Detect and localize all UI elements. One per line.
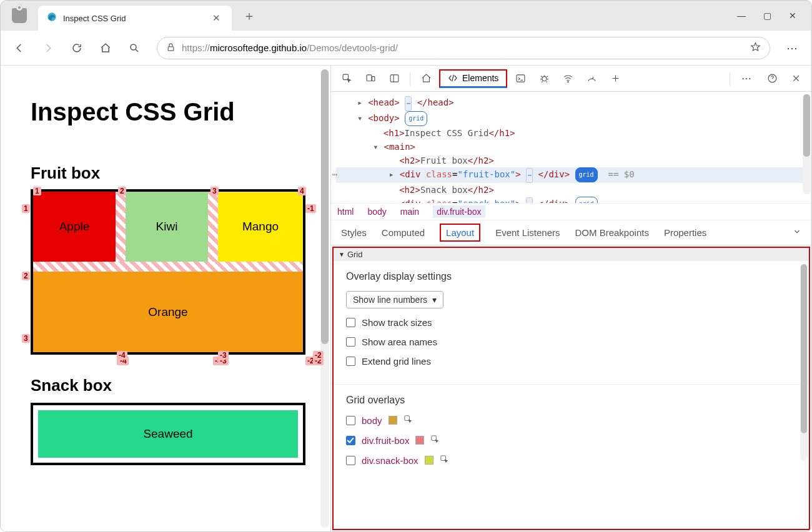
grid-col-4: 4: [298, 187, 306, 195]
tab-properties[interactable]: Properties: [664, 227, 706, 238]
svg-rect-4: [367, 75, 372, 81]
svg-point-9: [542, 77, 547, 81]
home-button[interactable]: [93, 36, 118, 61]
check-track-sizes[interactable]: [346, 318, 355, 327]
svg-rect-8: [517, 75, 525, 82]
tab-layout[interactable]: Layout: [440, 224, 480, 242]
svg-point-1: [131, 44, 136, 50]
grid-overlays-title: Grid overlays: [346, 395, 796, 406]
chevron-down-icon[interactable]: [793, 227, 801, 238]
crumb-fruit-box[interactable]: div.fruit-box: [433, 205, 485, 218]
tab-elements[interactable]: Elements: [439, 69, 507, 88]
snack-grid: Seaweed: [31, 403, 305, 465]
minimize-icon[interactable]: ―: [737, 11, 746, 21]
cell-kiwi: Kiwi: [126, 192, 208, 262]
network-icon[interactable]: [557, 68, 578, 89]
maximize-icon[interactable]: ▢: [763, 11, 771, 21]
overlay-fruit-label: div.fruit-box: [362, 435, 409, 446]
grid-col-1: 1: [33, 187, 41, 195]
inspect-icon[interactable]: [336, 68, 357, 89]
overlay-body-swatch[interactable]: [389, 416, 397, 425]
overlay-settings-title: Overlay display settings: [346, 271, 796, 282]
fruit-grid: Apple Kiwi Mango Orange: [31, 189, 305, 355]
snack-heading: Snack box: [31, 376, 305, 395]
url-text: https://microsoftedge.github.io/Demos/de…: [182, 42, 398, 53]
welcome-icon[interactable]: [415, 68, 437, 89]
layout-scrollbar[interactable]: [800, 264, 808, 461]
cell-seaweed: Seaweed: [38, 410, 298, 458]
svg-point-10: [568, 81, 568, 82]
reveal-icon[interactable]: [440, 455, 449, 466]
bneg3: -3: [218, 351, 229, 360]
menu-button[interactable]: ⋯: [780, 41, 805, 55]
search-button[interactable]: [122, 36, 147, 61]
overlay-fruit-swatch[interactable]: [415, 436, 424, 445]
svg-rect-6: [390, 75, 399, 82]
tab-computed[interactable]: Computed: [382, 227, 425, 238]
forward-button: [36, 36, 61, 61]
svg-rect-2: [168, 46, 174, 50]
edge-favicon: [47, 12, 57, 24]
overlay-snack-check[interactable]: [346, 456, 355, 465]
grid-row-3: 3: [22, 334, 30, 343]
tab-styles[interactable]: Styles: [341, 227, 367, 238]
devtools-close-icon[interactable]: [785, 68, 806, 89]
label-track-sizes: Show track sizes: [362, 317, 432, 328]
line-numbers-select[interactable]: Show line numbers ▾: [346, 291, 443, 308]
cell-orange: Orange: [33, 272, 303, 352]
tab-title: Inspect CSS Grid: [63, 14, 204, 23]
browser-tab[interactable]: Inspect CSS Grid ✕: [38, 6, 232, 31]
tab-close-icon[interactable]: ✕: [210, 12, 223, 24]
label-extend-lines: Extend grid lines: [362, 356, 431, 367]
bneg4: -4: [117, 351, 127, 360]
overlay-body-label: body: [362, 415, 382, 426]
device-toggle-icon[interactable]: [360, 68, 381, 89]
lock-icon: [166, 42, 176, 54]
breadcrumb[interactable]: html body main div.fruit-box: [331, 203, 811, 220]
console-icon[interactable]: [510, 68, 531, 89]
reveal-icon[interactable]: [404, 415, 413, 426]
tab-event-listeners[interactable]: Event Listeners: [495, 227, 560, 238]
tab-elements-label: Elements: [462, 73, 498, 83]
label-area-names: Show area names: [362, 337, 437, 347]
bug-icon[interactable]: [533, 68, 555, 89]
new-tab-button[interactable]: ＋: [239, 4, 259, 28]
page-title: Inspect CSS Grid: [31, 98, 305, 126]
performance-icon[interactable]: [581, 68, 602, 89]
devtools-menu-icon[interactable]: ⋯: [735, 72, 759, 84]
add-tab-icon[interactable]: [605, 68, 626, 89]
chevron-down-icon: ▾: [432, 295, 437, 305]
favorite-icon[interactable]: [750, 42, 761, 54]
overlay-fruit-check[interactable]: [346, 436, 355, 445]
help-icon[interactable]: [761, 68, 783, 89]
cell-apple: Apple: [33, 192, 116, 262]
dom-scrollbar[interactable]: [803, 94, 811, 194]
cell-mango: Mango: [218, 192, 303, 262]
svg-rect-5: [372, 77, 374, 81]
address-bar[interactable]: https://microsoftedge.github.io/Demos/de…: [157, 37, 770, 59]
panel-icon[interactable]: [384, 68, 405, 89]
check-area-names[interactable]: [346, 337, 355, 347]
reveal-icon[interactable]: [430, 435, 440, 446]
grid-col-3: 3: [210, 187, 219, 195]
bneg2: -2: [313, 351, 324, 360]
overlay-snack-swatch[interactable]: [425, 456, 433, 465]
overlay-snack-label: div.snack-box: [362, 455, 418, 466]
overlay-body-check[interactable]: [346, 416, 355, 425]
grid-row-1: 1: [22, 204, 30, 213]
grid-row-neg1: -1: [305, 204, 316, 213]
refresh-button[interactable]: [64, 36, 89, 61]
crumb-main[interactable]: main: [400, 207, 419, 217]
back-button[interactable]: [7, 36, 32, 61]
crumb-body[interactable]: body: [367, 207, 386, 217]
page-scrollbar[interactable]: [320, 69, 329, 528]
profile-icon[interactable]: [12, 8, 27, 23]
select-value: Show line numbers: [353, 295, 427, 305]
layout-grid-header[interactable]: ▼Grid: [334, 248, 809, 261]
grid-row-2: 2: [22, 272, 30, 280]
crumb-html[interactable]: html: [337, 207, 354, 217]
tab-dom-breakpoints[interactable]: DOM Breakpoints: [575, 227, 649, 238]
close-icon[interactable]: ✕: [789, 11, 796, 21]
check-extend-lines[interactable]: [346, 357, 355, 366]
dom-tree[interactable]: ▸ <head> ⋯ </head> ▾ <body> grid <h1>Ins…: [331, 92, 811, 203]
